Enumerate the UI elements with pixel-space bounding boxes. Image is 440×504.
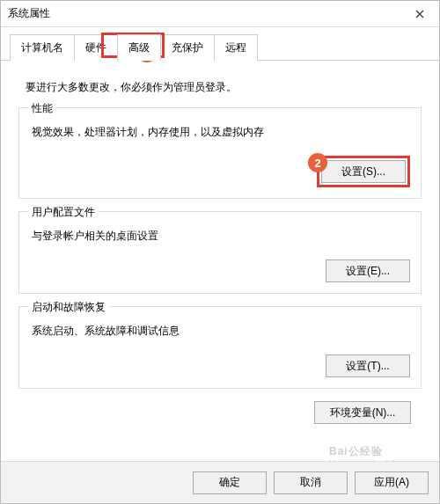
titlebar: 系统属性 bbox=[1, 1, 439, 27]
dialog-footer: 确定 取消 应用(A) bbox=[1, 461, 439, 503]
tab-strip: 计算机名 硬件 高级 充保护 远程 bbox=[1, 27, 439, 61]
tab-advanced[interactable]: 高级 bbox=[117, 34, 161, 61]
environment-variables-button[interactable]: 环境变量(N)... bbox=[314, 401, 411, 424]
user-profiles-settings-button[interactable]: 设置(E)... bbox=[326, 259, 410, 282]
tab-system-protection[interactable]: 充保护 bbox=[160, 34, 215, 61]
group-performance: 性能 视觉效果，处理器计划，内存使用，以及虚拟内存 设置(S)... bbox=[18, 107, 422, 199]
ok-button[interactable]: 确定 bbox=[193, 471, 267, 494]
group-performance-desc: 视觉效果，处理器计划，内存使用，以及虚拟内存 bbox=[32, 125, 408, 140]
performance-settings-button[interactable]: 设置(S)... bbox=[321, 160, 406, 183]
cancel-button[interactable]: 取消 bbox=[274, 471, 348, 494]
window-title: 系统属性 bbox=[8, 6, 400, 21]
group-user-profiles: 用户配置文件 与登录帐户相关的桌面设置 设置(E)... bbox=[18, 211, 422, 294]
group-startup-title: 启动和故障恢复 bbox=[28, 300, 109, 315]
group-performance-title: 性能 bbox=[28, 101, 56, 116]
tab-remote[interactable]: 远程 bbox=[214, 34, 258, 61]
tab-content: 要进行大多数更改，你必须作为管理员登录。 性能 视觉效果，处理器计划，内存使用，… bbox=[1, 60, 439, 440]
watermark-main: Bai公经验 bbox=[329, 445, 383, 457]
annotation-highlight-button: 设置(S)... bbox=[317, 156, 410, 187]
close-icon bbox=[415, 10, 424, 18]
intro-text: 要进行大多数更改，你必须作为管理员登录。 bbox=[26, 80, 414, 95]
group-user-profiles-desc: 与登录帐户相关的桌面设置 bbox=[32, 229, 408, 244]
apply-button[interactable]: 应用(A) bbox=[355, 471, 429, 494]
startup-settings-button[interactable]: 设置(T)... bbox=[326, 354, 410, 377]
group-user-profiles-title: 用户配置文件 bbox=[28, 205, 99, 220]
tab-hardware[interactable]: 硬件 bbox=[74, 34, 118, 61]
annotation-badge-2: 2 bbox=[308, 153, 327, 172]
group-startup-desc: 系统启动、系统故障和调试信息 bbox=[32, 324, 408, 339]
group-startup: 启动和故障恢复 系统启动、系统故障和调试信息 设置(T)... bbox=[18, 306, 422, 389]
tab-computer-name[interactable]: 计算机名 bbox=[10, 34, 75, 61]
close-button[interactable] bbox=[400, 1, 439, 26]
